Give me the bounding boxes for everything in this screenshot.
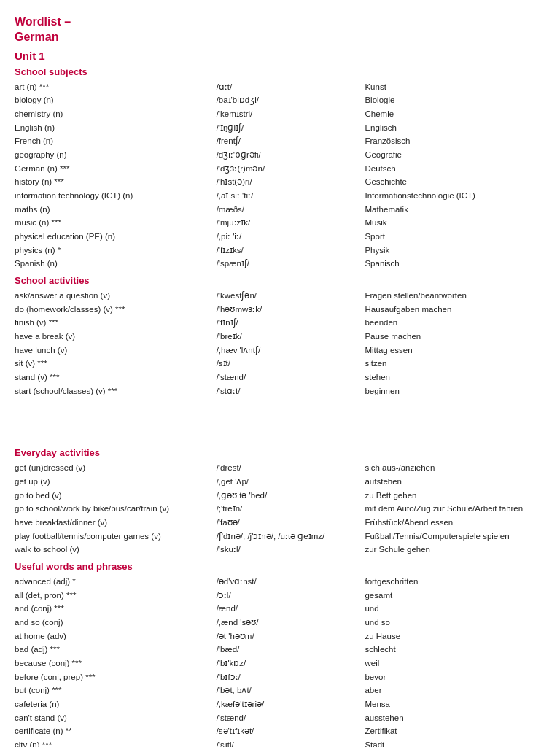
pronunciation-cell: /,ænd 'səʊ/ [217, 616, 365, 630]
translation-cell: und so [365, 616, 545, 630]
pronunciation-cell: /,get 'ʌp/ [217, 475, 365, 489]
translation-cell: aufstehen [365, 475, 545, 489]
word-cell: get (un)dressed (v) [15, 461, 217, 475]
translation-cell: Deutsch [365, 162, 545, 176]
everyday-activities-table: get (un)dressed (v) /'drest/ sich aus-/a… [15, 461, 545, 557]
word-cell: do (homework/classes) (v) *** [15, 303, 217, 317]
pronunciation-cell: /'stænd/ [217, 711, 365, 725]
word-cell: art (n) *** [15, 80, 217, 94]
translation-cell: Französisch [365, 134, 545, 148]
pronunciation-cell: /mæðs/ [217, 203, 365, 217]
table-row: walk to school (v) /'skuːl/ zur Schule g… [15, 543, 545, 557]
word-cell: have a break (v) [15, 330, 217, 344]
translation-cell: Frühstück/Abend essen [365, 516, 545, 530]
word-cell: because (conj) *** [15, 657, 217, 670]
translation-cell: zur Schule gehen [365, 543, 545, 557]
table-row: English (n) /'ɪŋɡlɪʃ/ Englisch [15, 121, 545, 135]
translation-cell: schlecht [365, 643, 545, 657]
word-cell: biology (n) [15, 93, 217, 107]
translation-cell: stehen [365, 371, 545, 384]
word-cell: German (n) *** [15, 162, 217, 176]
table-row: city (n) *** /'sɪti/ Stadt [15, 738, 545, 747]
pronunciation-cell: /,kæfə'tɪəriə/ [217, 697, 365, 711]
table-row: get (un)dressed (v) /'drest/ sich aus-/a… [15, 461, 545, 475]
translation-cell: aber [365, 684, 545, 697]
table-row: bad (adj) *** /'bæd/ schlecht [15, 643, 545, 657]
translation-cell: Geografie [365, 148, 545, 162]
translation-cell: Biologie [365, 93, 545, 107]
section-everyday-activities: Everyday activities [15, 447, 545, 458]
translation-cell: bevor [365, 670, 545, 684]
translation-cell: gesamt [365, 589, 545, 603]
pronunciation-cell: /ɑːt/ [217, 80, 365, 94]
table-row: but (conj) *** /'bət, bʌt/ aber [15, 684, 545, 697]
translation-cell: Musik [365, 216, 545, 230]
table-row: have breakfast/dinner (v) /'faʊə/ Frühst… [15, 516, 545, 530]
table-row: and (conj) *** /ænd/ und [15, 602, 545, 616]
page-title: Wordlist – German [15, 15, 545, 45]
table-row: certificate (n) ** /sə'tɪfɪkət/ Zertifik… [15, 724, 545, 738]
pronunciation-cell: /'stænd/ [217, 371, 365, 384]
translation-cell: fortgeschritten [365, 575, 545, 589]
table-row: art (n) *** /ɑːt/ Kunst [15, 80, 545, 94]
table-row: physical education (PE) (n) /,piː 'iː/ S… [15, 230, 545, 244]
word-cell: city (n) *** [15, 738, 217, 747]
table-row: history (n) *** /'hɪst(ə)ri/ Geschichte [15, 175, 545, 189]
table-row: at home (adv) /ət 'həʊm/ zu Hause [15, 630, 545, 643]
section-school-subjects: School subjects [15, 66, 545, 77]
word-cell: chemistry (n) [15, 107, 217, 121]
word-cell: physics (n) * [15, 244, 217, 258]
translation-cell: sitzen [365, 357, 545, 371]
section-school-activities: School activities [15, 275, 545, 286]
table-row: advanced (adj) * /əd'vɑːnst/ fortgeschri… [15, 575, 545, 589]
translation-cell: Informationstechnologie (ICT) [365, 189, 545, 203]
word-cell: start (school/classes) (v) *** [15, 384, 217, 398]
pronunciation-cell: /'drest/ [217, 461, 365, 475]
pronunciation-cell: /'hɪst(ə)ri/ [217, 175, 365, 189]
word-cell: stand (v) *** [15, 371, 217, 384]
translation-cell: Geschichte [365, 175, 545, 189]
word-cell: but (conj) *** [15, 684, 217, 697]
translation-cell: zu Hause [365, 630, 545, 643]
translation-cell: Mittag essen [365, 344, 545, 357]
table-row: music (n) *** /'mjuːzɪk/ Musik [15, 216, 545, 230]
translation-cell: ausstehen [365, 711, 545, 725]
table-row: sit (v) *** /sɪt/ sitzen [15, 357, 545, 371]
table-row: finish (v) *** /'fɪnɪʃ/ beenden [15, 316, 545, 330]
pronunciation-cell: /'bət, bʌt/ [217, 684, 365, 697]
table-row: chemistry (n) /'kemɪstri/ Chemie [15, 107, 545, 121]
table-row: start (school/classes) (v) *** /'stɑːt/ … [15, 384, 545, 398]
pronunciation-cell: /ɔːl/ [217, 589, 365, 603]
school-subjects-table: art (n) *** /ɑːt/ Kunst biology (n) /baɪ… [15, 80, 545, 271]
pronunciation-cell: /,ɡəʊ tə 'bed/ [217, 489, 365, 503]
pronunciation-cell: /dʒiː'ɒɡrəfi/ [217, 148, 365, 162]
word-cell: walk to school (v) [15, 543, 217, 557]
word-cell: music (n) *** [15, 216, 217, 230]
pronunciation-cell: /'ɪŋɡlɪʃ/ [217, 121, 365, 135]
table-row: and so (conj) /,ænd 'səʊ/ und so [15, 616, 545, 630]
table-row: German (n) *** /'dʒɜː(r)mən/ Deutsch [15, 162, 545, 176]
translation-cell: beginnen [365, 384, 545, 398]
translation-cell: sich aus-/anziehen [365, 461, 545, 475]
word-cell: all (det, pron) *** [15, 589, 217, 603]
table-row: have lunch (v) /,hæv 'lʌntʃ/ Mittag esse… [15, 344, 545, 357]
pronunciation-cell: /'breɪk/ [217, 330, 365, 344]
translation-cell: Zertifikat [365, 724, 545, 738]
useful-words-table: advanced (adj) * /əd'vɑːnst/ fortgeschri… [15, 575, 545, 747]
translation-cell: weil [365, 657, 545, 670]
pronunciation-cell: /'mjuːzɪk/ [217, 216, 365, 230]
table-row: cafeteria (n) /,kæfə'tɪəriə/ Mensa [15, 697, 545, 711]
word-cell: play football/tennis/computer games (v) [15, 530, 217, 543]
table-row: information technology (ICT) (n) /,aɪ si… [15, 189, 545, 203]
pronunciation-cell: /'faʊə/ [217, 516, 365, 530]
pronunciation-cell: /'stɑːt/ [217, 384, 365, 398]
translation-cell: Englisch [365, 121, 545, 135]
word-cell: get up (v) [15, 475, 217, 489]
pronunciation-cell: /'sɪti/ [217, 738, 365, 747]
pronunciation-cell: /ʃ'dɪnə/, /j'ɔɪnə/, /uːtə ɡeɪmz/ [217, 530, 365, 543]
section-useful-words: Useful words and phrases [15, 561, 545, 572]
pronunciation-cell: /sɪt/ [217, 357, 365, 371]
pronunciation-cell: /'dʒɜː(r)mən/ [217, 162, 365, 176]
translation-cell: Physik [365, 244, 545, 258]
translation-cell: Spanisch [365, 257, 545, 271]
